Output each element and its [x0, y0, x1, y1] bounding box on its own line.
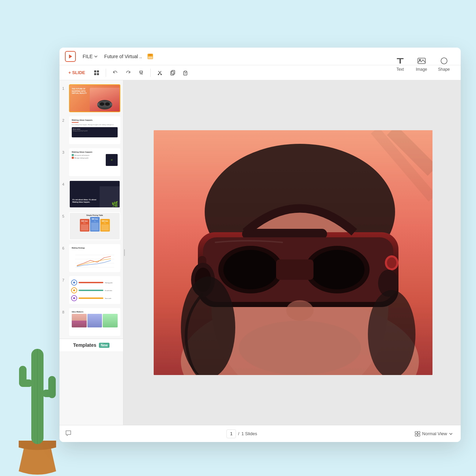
redo-button[interactable] — [123, 68, 133, 78]
image-tool[interactable]: Image — [412, 53, 431, 74]
shape-icon — [439, 56, 449, 66]
toolbar-divider-1 — [106, 69, 106, 77]
svg-rect-2 — [148, 56, 153, 59]
view-chevron-icon — [449, 433, 453, 435]
slide-thumb-2: Making ideas happen. It is making ideas … — [69, 116, 120, 144]
slide-total: 1 Slides — [241, 431, 257, 436]
svg-point-51 — [286, 300, 313, 321]
slide-thumb-4: It's not about ideas. It's about Making … — [69, 180, 120, 208]
slide-item-1[interactable]: 1 — [60, 83, 123, 114]
text-tool[interactable]: Text — [391, 53, 409, 74]
right-toolbar: Text Image Shape — [385, 48, 461, 80]
templates-label: Templates — [73, 342, 96, 348]
svg-point-43 — [310, 250, 364, 289]
image-tool-label: Image — [416, 67, 427, 72]
save-button[interactable] — [146, 52, 154, 61]
copy-button[interactable] — [168, 68, 178, 78]
svg-rect-63 — [48, 376, 56, 398]
svg-rect-44 — [276, 259, 313, 280]
slide-thumb-3: Making Ideas happen Idea grows and prosp… — [69, 148, 120, 176]
chevron-down-icon — [94, 55, 98, 57]
slide-item-8[interactable]: 8 Idea Makers — [60, 307, 123, 337]
slide-navigation: / 1 Slides — [226, 429, 257, 438]
svg-rect-17 — [400, 58, 401, 64]
slide-item-4[interactable]: 4 It's not about ideas. It's about Makin… — [60, 179, 123, 209]
slide-number-6: 6 — [62, 246, 67, 250]
svg-rect-11 — [171, 71, 174, 75]
slide-item-2[interactable]: 2 Making ideas happen. It is making idea… — [60, 115, 123, 146]
slide-thumb-7: Strategy plan Growth data — [69, 276, 120, 304]
svg-rect-6 — [97, 73, 99, 75]
canvas-area — [125, 80, 461, 425]
undo-button[interactable] — [110, 68, 120, 78]
svg-point-52 — [239, 321, 361, 375]
svg-rect-3 — [94, 70, 96, 72]
svg-point-20 — [441, 58, 447, 64]
document-title: Future of Virtual .. — [104, 54, 142, 59]
grid-view-button[interactable] — [91, 68, 102, 78]
slide-image — [154, 130, 432, 375]
view-mode-selector[interactable]: Normal View — [412, 430, 455, 438]
slides-panel: 1 — [60, 80, 123, 425]
slide-separator: / — [238, 431, 239, 436]
svg-rect-10 — [172, 70, 175, 74]
add-slide-button[interactable]: + SLIDE — [65, 68, 89, 77]
slide-item-6[interactable]: 6 Making Strategy — [60, 243, 123, 273]
svg-rect-56 — [418, 431, 420, 434]
slide-canvas — [154, 130, 432, 375]
svg-rect-1 — [149, 54, 152, 56]
app-window: FILE Future of Virtual .. + SLIDE — [60, 48, 461, 442]
cut-button[interactable] — [155, 68, 165, 78]
format-paint-button[interactable] — [136, 68, 146, 78]
svg-rect-5 — [94, 73, 96, 75]
slide-number-4: 4 — [62, 182, 67, 186]
slide-number-3: 3 — [62, 150, 67, 154]
svg-point-53 — [181, 276, 235, 375]
comment-icon[interactable] — [65, 430, 72, 438]
svg-rect-57 — [415, 434, 417, 436]
svg-point-24 — [105, 102, 110, 106]
slide-item-7[interactable]: 7 Strategy plan — [60, 275, 123, 305]
slide-item-3[interactable]: 3 Making Ideas happen Idea grows and pro… — [60, 147, 123, 177]
templates-button[interactable]: Templates New — [60, 339, 123, 351]
status-left — [65, 430, 72, 438]
new-badge: New — [99, 343, 109, 348]
separator-handle — [124, 249, 125, 256]
svg-point-9 — [160, 74, 162, 75]
text-tool-label: Text — [396, 67, 404, 72]
slide-thumb-6: Making Strategy — [69, 244, 120, 272]
slide-item-5[interactable]: 5 Simple Pricing Table $30 /mo Basic $90… — [60, 211, 123, 241]
toolbar-divider-2 — [150, 69, 151, 77]
view-mode-label: Normal View — [422, 431, 447, 436]
svg-point-23 — [100, 102, 104, 106]
svg-point-8 — [158, 74, 159, 75]
slide-number-1: 1 — [62, 86, 67, 90]
vr-illustration — [154, 130, 432, 375]
file-menu[interactable]: FILE — [80, 52, 100, 61]
svg-rect-55 — [415, 431, 417, 434]
play-button[interactable] — [65, 51, 76, 62]
svg-rect-4 — [97, 70, 99, 72]
svg-rect-25 — [97, 103, 99, 106]
shape-tool[interactable]: Shape — [434, 53, 454, 74]
svg-rect-26 — [110, 103, 112, 106]
paste-button[interactable] — [181, 68, 191, 78]
slide-number-7: 7 — [62, 278, 67, 282]
cactus-decoration — [7, 322, 68, 476]
svg-point-54 — [368, 290, 415, 375]
svg-point-46 — [387, 257, 396, 268]
image-icon — [417, 56, 426, 66]
svg-rect-58 — [418, 434, 420, 436]
svg-rect-61 — [19, 366, 27, 386]
slide-thumb-1: THE FUTURE OFSHOPPING WITHVIRTUAL REALIT… — [69, 84, 120, 112]
save-icon — [147, 53, 154, 60]
slide-thumb-8: Idea Makers — [69, 308, 120, 336]
slide-number-5: 5 — [62, 214, 67, 218]
svg-rect-7 — [141, 74, 142, 74]
svg-rect-13 — [185, 71, 186, 72]
file-label: FILE — [83, 54, 93, 59]
status-bar: / 1 Slides Normal View — [60, 425, 461, 442]
svg-rect-18 — [418, 58, 425, 64]
slide-number-input[interactable] — [226, 429, 236, 438]
view-mode-icon — [415, 431, 420, 437]
